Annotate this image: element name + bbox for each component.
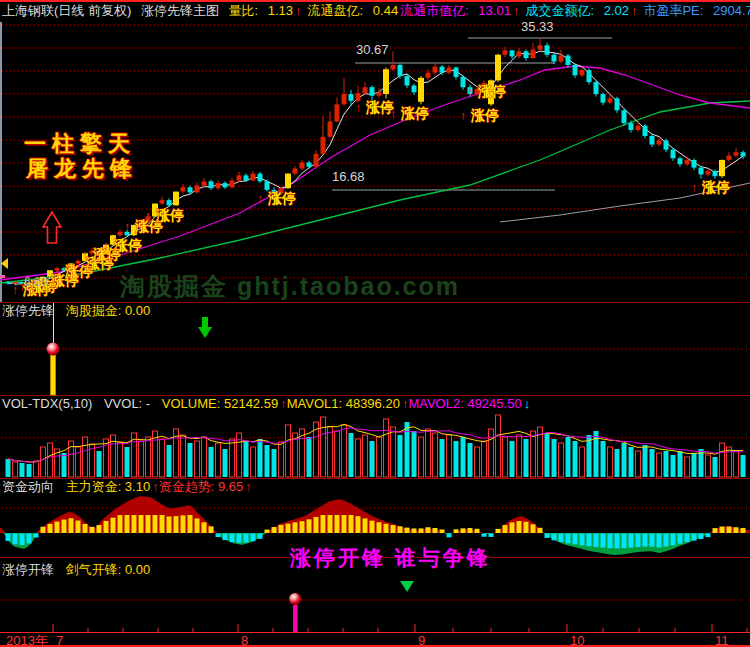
fund-bar-in bbox=[202, 522, 207, 533]
candle-body bbox=[678, 158, 683, 164]
volume-bar-down bbox=[27, 464, 32, 477]
limit-up-label: 涨停 bbox=[400, 105, 429, 121]
candle-body bbox=[405, 76, 410, 85]
candle-body bbox=[293, 168, 298, 173]
candle-body bbox=[545, 45, 550, 54]
candle-body bbox=[118, 232, 123, 235]
fund-bar-in bbox=[517, 521, 522, 533]
fund-bar-in bbox=[265, 530, 270, 533]
candle-body bbox=[335, 104, 340, 121]
fund-bar-in bbox=[538, 528, 543, 533]
candle-body bbox=[692, 160, 697, 168]
fund-bar-in bbox=[461, 528, 466, 533]
fund-bar-out bbox=[685, 534, 690, 543]
volume-bar-down bbox=[510, 441, 515, 477]
volume-bar-up bbox=[13, 462, 18, 477]
limit-up-arrow-mark: ↑ bbox=[75, 257, 81, 271]
volume-bar-down bbox=[97, 451, 102, 477]
candle-body bbox=[363, 87, 368, 93]
candle-body bbox=[573, 65, 578, 75]
chart-canvas[interactable]: ↑涨停↑涨停↑涨停↑涨停↑涨停↑涨停↑涨停↑涨停↑涨停↑涨停↑涨停↑涨停↑涨停↑… bbox=[0, 0, 750, 647]
fund-bar-out bbox=[615, 534, 620, 549]
volume-bar-up bbox=[76, 447, 81, 477]
volume-bar-down bbox=[209, 447, 214, 477]
limit-up-arrow-mark: ↑ bbox=[390, 107, 396, 121]
fund-bar-in bbox=[76, 521, 81, 533]
volume-bar-down bbox=[440, 439, 445, 477]
candle-body bbox=[503, 50, 508, 54]
candle-body bbox=[356, 93, 361, 101]
fund-bar-in bbox=[503, 525, 508, 533]
candle-body bbox=[622, 110, 627, 123]
fund-bar-in bbox=[398, 526, 403, 533]
fund-bar-out bbox=[692, 534, 697, 541]
fund-bar-in bbox=[307, 519, 312, 533]
limit-up-arrow-mark: ↑ bbox=[54, 265, 60, 279]
candle-body bbox=[559, 56, 564, 62]
fund-bar-in bbox=[69, 518, 74, 533]
fund-bar-in bbox=[293, 522, 298, 533]
volume-bar-up bbox=[195, 441, 200, 477]
volume-bar-up bbox=[720, 443, 725, 477]
volume-bar-down bbox=[272, 449, 277, 477]
fund-bar-in bbox=[475, 529, 480, 533]
fund-bar-out bbox=[34, 534, 39, 538]
limit-up-arrow-mark: ↑ bbox=[467, 85, 473, 99]
fund-bar-in bbox=[321, 515, 326, 533]
fund-bar-out bbox=[237, 534, 242, 543]
volume-bar-down bbox=[552, 439, 557, 477]
candle-body bbox=[244, 175, 249, 180]
candle-body bbox=[601, 94, 606, 103]
fund-bar-in bbox=[496, 529, 501, 533]
candle-body bbox=[510, 50, 515, 56]
limit-up-label: 涨停 bbox=[701, 179, 730, 195]
volume-bar-up bbox=[608, 447, 613, 477]
volume-bar-up bbox=[41, 447, 46, 477]
candle-body bbox=[342, 94, 347, 104]
volume-bar-down bbox=[650, 449, 655, 477]
candle-body bbox=[188, 187, 193, 192]
limit-up-arrow-mark: ↑ bbox=[145, 209, 151, 223]
fund-bar-out bbox=[601, 534, 606, 548]
volume-bar-up bbox=[118, 442, 123, 477]
volume-bar-up bbox=[706, 455, 711, 477]
candle-body bbox=[538, 45, 543, 49]
signal-pin-ball bbox=[47, 343, 60, 356]
fund-bar-out bbox=[573, 534, 578, 545]
volume-bar-up bbox=[580, 447, 585, 477]
fund-bar-in bbox=[167, 516, 172, 533]
fund-bar-in bbox=[524, 522, 529, 533]
fund-bar-in bbox=[734, 527, 739, 533]
fund-bar-in bbox=[314, 517, 319, 533]
fund-bar-in bbox=[468, 528, 473, 533]
candle-body bbox=[202, 181, 207, 185]
limit-up-arrow-mark: ↑ bbox=[355, 101, 361, 115]
candle-body bbox=[321, 137, 326, 154]
candle-body bbox=[349, 94, 354, 101]
limit-up-arrow-mark: ↑ bbox=[12, 283, 18, 297]
signal-pin-stick-bottom bbox=[293, 605, 298, 632]
limit-up-label: 涨停 bbox=[113, 237, 142, 253]
fund-bar-in bbox=[195, 518, 200, 533]
fund-bar-in bbox=[454, 529, 459, 533]
volume-bar-up bbox=[181, 435, 186, 477]
volume-bar-up bbox=[384, 419, 389, 477]
volume-bar-down bbox=[468, 443, 473, 477]
limit-up-label: 涨停 bbox=[477, 83, 506, 99]
limit-up-arrow-mark: ↑ bbox=[103, 239, 109, 253]
candle-body bbox=[671, 150, 676, 159]
fund-bar-out bbox=[216, 534, 221, 538]
volume-bar-down bbox=[664, 451, 669, 477]
volume-bar-up bbox=[160, 439, 165, 477]
volume-bar-down bbox=[601, 441, 606, 477]
fund-bar-in bbox=[300, 521, 305, 533]
candle-body bbox=[706, 171, 711, 174]
candle-body bbox=[447, 68, 452, 73]
candle-body bbox=[719, 160, 725, 176]
fund-bar-out bbox=[20, 534, 25, 545]
volume-bar-down bbox=[370, 441, 375, 477]
volume-bar-down bbox=[678, 451, 683, 477]
fund-bar-in bbox=[433, 528, 438, 533]
limit-up-label: 涨停 bbox=[267, 190, 296, 206]
top-border bbox=[0, 0, 750, 2]
